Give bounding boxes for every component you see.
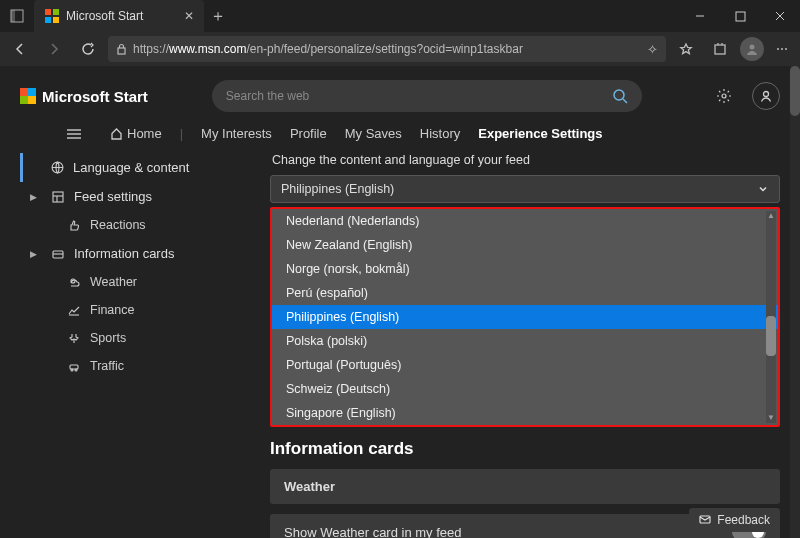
nav-item[interactable]: Profile xyxy=(290,126,327,141)
sidebar-item-traffic[interactable]: Traffic xyxy=(20,352,260,380)
search-placeholder: Search the web xyxy=(226,89,309,103)
nav-forward-button[interactable] xyxy=(40,35,68,63)
settings-gear-icon[interactable] xyxy=(710,82,738,110)
svg-rect-32 xyxy=(70,365,78,369)
tab-title: Microsoft Start xyxy=(66,9,143,23)
chevron-right-icon: ▶ xyxy=(30,192,40,202)
show-weather-label: Show Weather card in my feed xyxy=(284,525,462,539)
sidebar-item-sports[interactable]: Sports xyxy=(20,324,260,352)
microsoft-logo-icon xyxy=(20,88,36,104)
svg-rect-3 xyxy=(53,9,59,15)
section-information-cards: Information cards xyxy=(270,439,780,459)
language-option[interactable]: Nederland (Nederlands) xyxy=(272,209,778,233)
language-selected-label: Philippines (English) xyxy=(281,182,394,196)
chevron-down-icon xyxy=(757,183,769,195)
svg-point-34 xyxy=(75,369,77,371)
nav-item-active[interactable]: Experience Settings xyxy=(478,126,602,141)
sidebar-item-weather[interactable]: Weather xyxy=(20,268,260,296)
page-scroll-thumb[interactable] xyxy=(790,66,800,116)
search-icon[interactable] xyxy=(612,88,628,104)
search-input[interactable]: Search the web xyxy=(212,80,642,112)
nav-hamburger-icon[interactable] xyxy=(62,127,86,141)
svg-marker-11 xyxy=(681,44,691,54)
nav-item[interactable]: History xyxy=(420,126,460,141)
scroll-down-arrow-icon[interactable]: ▼ xyxy=(766,413,776,423)
page-nav: Home | My Interests Profile My Saves His… xyxy=(0,122,800,153)
nav-item[interactable]: My Interests xyxy=(201,126,272,141)
home-icon xyxy=(110,127,123,140)
sidebar-item-reactions[interactable]: Reactions xyxy=(20,211,260,239)
traffic-icon xyxy=(66,360,82,372)
content: Language & content ▶ Feed settings React… xyxy=(0,153,800,538)
language-option[interactable]: Singapore (English) xyxy=(272,401,778,425)
window-minimize-button[interactable] xyxy=(680,0,720,32)
brand[interactable]: Microsoft Start xyxy=(20,88,148,105)
svg-point-18 xyxy=(722,94,726,98)
svg-point-33 xyxy=(71,369,73,371)
reload-button[interactable] xyxy=(74,35,102,63)
svg-point-16 xyxy=(614,90,624,100)
menu-button[interactable]: ⋯ xyxy=(770,42,794,56)
language-option[interactable]: Schweiz (Deutsch) xyxy=(272,377,778,401)
language-option[interactable]: Polska (polski) xyxy=(272,329,778,353)
page-header: Microsoft Start Search the web xyxy=(0,66,800,122)
svg-point-15 xyxy=(750,45,755,50)
nav-item[interactable]: My Saves xyxy=(345,126,402,141)
language-option[interactable]: Portugal (Português) xyxy=(272,353,778,377)
weather-icon xyxy=(66,276,82,288)
svg-rect-4 xyxy=(45,17,51,23)
svg-rect-24 xyxy=(53,192,63,202)
main-panel: Change the content and language of your … xyxy=(270,153,780,538)
favorites-button[interactable] xyxy=(672,35,700,63)
finance-icon xyxy=(66,304,82,316)
nav-home[interactable]: Home xyxy=(110,126,162,141)
address-url: https://www.msn.com/en-ph/feed/personali… xyxy=(133,42,641,56)
read-aloud-icon[interactable]: ✧ xyxy=(647,42,658,57)
language-option[interactable]: Norge (norsk, bokmål) xyxy=(272,257,778,281)
browser-tab[interactable]: Microsoft Start ✕ xyxy=(34,0,204,32)
scroll-up-arrow-icon[interactable]: ▲ xyxy=(766,211,776,221)
svg-rect-10 xyxy=(118,48,125,54)
window-titlebar: Microsoft Start ✕ ＋ xyxy=(0,0,800,32)
sidebar-item-finance[interactable]: Finance xyxy=(20,296,260,324)
close-tab-icon[interactable]: ✕ xyxy=(184,9,194,23)
sidebar-item-language-content[interactable]: Language & content xyxy=(23,153,260,182)
sidebar: Language & content ▶ Feed settings React… xyxy=(20,153,260,538)
page-scrollbar[interactable] xyxy=(790,66,800,538)
sports-icon xyxy=(66,332,82,344)
tab-strip-leading-icon[interactable] xyxy=(0,0,34,32)
svg-rect-1 xyxy=(11,10,15,22)
new-tab-button[interactable]: ＋ xyxy=(204,0,232,32)
collections-button[interactable] xyxy=(706,35,734,63)
language-dropdown-button[interactable]: Philippines (English) xyxy=(270,175,780,203)
svg-point-19 xyxy=(764,92,769,97)
language-option[interactable]: New Zealand (English) xyxy=(272,233,778,257)
language-dropdown-list: Nederland (Nederlands) New Zealand (Engl… xyxy=(270,207,780,427)
address-bar[interactable]: https://www.msn.com/en-ph/feed/personali… xyxy=(108,36,666,62)
language-option[interactable]: Perú (español) xyxy=(272,281,778,305)
globe-icon xyxy=(49,161,65,174)
cards-icon xyxy=(50,248,66,260)
scroll-thumb[interactable] xyxy=(766,316,776,356)
feedback-icon xyxy=(699,515,711,525)
svg-rect-7 xyxy=(736,12,745,21)
sidebar-item-feed-settings[interactable]: ▶ Feed settings xyxy=(20,182,260,211)
sidebar-item-information-cards[interactable]: ▶ Information cards xyxy=(20,239,260,268)
card-weather-header[interactable]: Weather xyxy=(270,469,780,504)
language-option-selected[interactable]: Philippines (English) xyxy=(272,305,778,329)
tab-favicon xyxy=(44,8,60,24)
nav-back-button[interactable] xyxy=(6,35,34,63)
profile-button[interactable] xyxy=(740,37,764,61)
dropdown-scrollbar[interactable]: ▲ ▼ xyxy=(766,211,776,423)
language-dropdown: Philippines (English) Nederland (Nederla… xyxy=(270,175,780,203)
lock-icon xyxy=(116,43,127,55)
browser-toolbar: https://www.msn.com/en-ph/feed/personali… xyxy=(0,32,800,66)
account-avatar[interactable] xyxy=(752,82,780,110)
window-close-button[interactable] xyxy=(760,0,800,32)
brand-label: Microsoft Start xyxy=(42,88,148,105)
feedback-button[interactable]: Feedback xyxy=(689,508,780,532)
svg-line-17 xyxy=(623,99,627,103)
window-maximize-button[interactable] xyxy=(720,0,760,32)
svg-rect-12 xyxy=(715,45,725,54)
language-description: Change the content and language of your … xyxy=(272,153,780,167)
